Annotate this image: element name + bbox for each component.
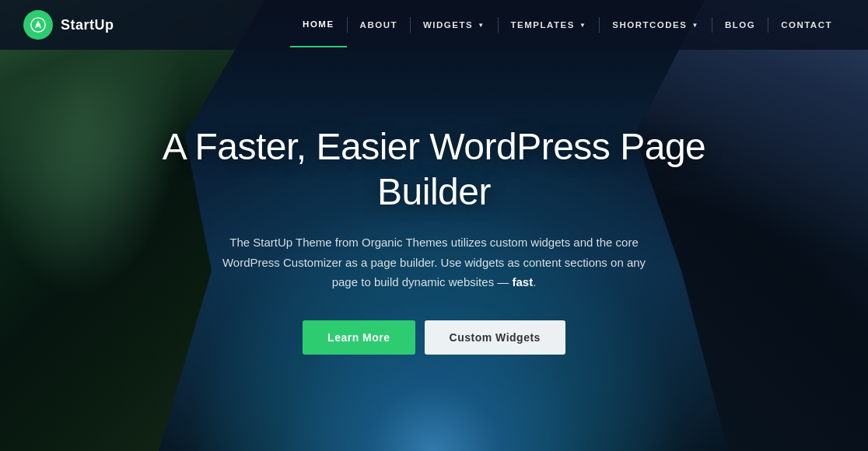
shortcodes-dropdown-arrow: ▼ <box>691 22 698 29</box>
learn-more-button[interactable]: Learn More <box>303 320 415 355</box>
hero-title: A Faster, Easier WordPress Page Builder <box>162 124 706 214</box>
nav-link-shortcodes[interactable]: SHORTCODES ▼ <box>600 3 712 47</box>
nav-item-home: HOME <box>290 2 347 47</box>
hero-content: A Faster, Easier WordPress Page Builder … <box>162 124 706 355</box>
logo-icon <box>23 10 53 40</box>
nav-menu: HOME ABOUT WIDGETS ▼ TEMPLATES ▼ <box>290 2 845 47</box>
nav-item-widgets: WIDGETS ▼ <box>411 3 498 47</box>
hero-section: StartUp HOME ABOUT WIDGETS ▼ <box>0 0 868 451</box>
logo-text: StartUp <box>61 17 114 33</box>
navigation: StartUp HOME ABOUT WIDGETS ▼ <box>0 0 868 50</box>
custom-widgets-button[interactable]: Custom Widgets <box>425 320 565 355</box>
nav-item-shortcodes: SHORTCODES ▼ <box>600 3 712 47</box>
nav-link-blog[interactable]: BLOG <box>712 3 768 47</box>
nav-item-about: ABOUT <box>348 3 410 47</box>
nav-link-templates[interactable]: TEMPLATES ▼ <box>499 3 600 47</box>
nav-link-home[interactable]: HOME <box>290 2 347 47</box>
hero-buttons: Learn More Custom Widgets <box>162 320 706 355</box>
hero-subtitle: The StartUp Theme from Organic Themes ut… <box>208 232 660 292</box>
nav-link-about[interactable]: ABOUT <box>348 3 410 47</box>
nav-link-widgets[interactable]: WIDGETS ▼ <box>411 3 498 47</box>
widgets-dropdown-arrow: ▼ <box>478 22 485 29</box>
nav-item-templates: TEMPLATES ▼ <box>499 3 600 47</box>
logo-link[interactable]: StartUp <box>23 10 114 40</box>
nav-link-contact[interactable]: CONTACT <box>768 3 845 47</box>
nav-item-blog: BLOG <box>712 3 768 47</box>
templates-dropdown-arrow: ▼ <box>579 22 586 29</box>
nav-item-contact: CONTACT <box>768 3 845 47</box>
